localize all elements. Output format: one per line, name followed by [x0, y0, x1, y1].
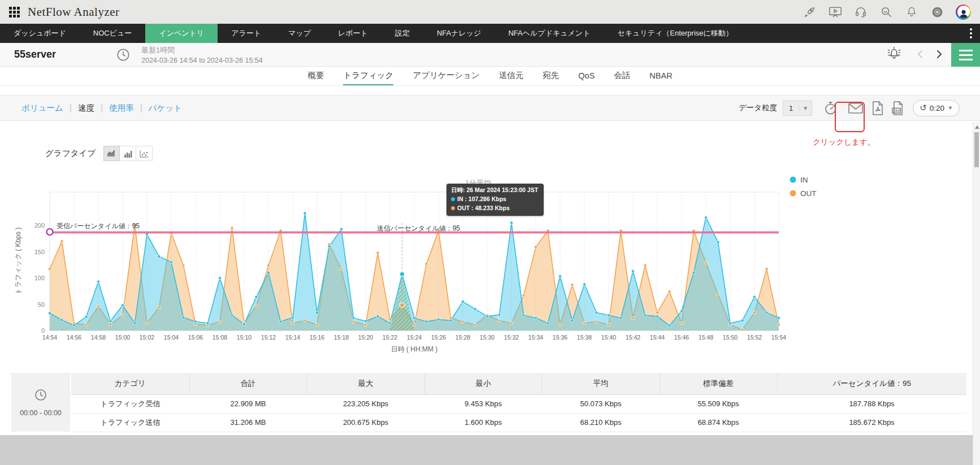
- table-header-row: 00:00 - 00:00カテゴリ合計最大最小平均標準偏差パーセンタイル値：95: [11, 373, 966, 394]
- svg-text:15:36: 15:36: [553, 334, 567, 341]
- row-value: 68.210 Kbps: [542, 413, 660, 432]
- nav-item-1[interactable]: NOCビュー: [80, 24, 146, 43]
- chevron-left-icon[interactable]: [915, 49, 927, 61]
- csv-icon[interactable]: CSV: [892, 101, 904, 115]
- view-link-3[interactable]: パケット: [149, 103, 182, 112]
- svg-text:15:12: 15:12: [261, 334, 276, 341]
- device-name: 55server: [14, 49, 56, 60]
- view-separator: |: [101, 103, 103, 112]
- granularity-label: データ粒度: [739, 103, 777, 113]
- svg-text:15:32: 15:32: [504, 334, 519, 341]
- view-link-2[interactable]: 使用率: [109, 103, 134, 112]
- clock-icon[interactable]: [116, 47, 131, 64]
- table-row-0[interactable]: トラフィック受信22.909 MB223.205 Kbps9.453 Kbps5…: [11, 394, 966, 413]
- tooltip-out-value: OUT : 48.233 Kbps: [451, 204, 538, 213]
- granularity-select[interactable]: 1 ▼: [783, 101, 812, 116]
- svg-text:15:48: 15:48: [699, 334, 713, 341]
- app-title: NetFlow Analyzer: [28, 5, 120, 19]
- nav-item-0[interactable]: ダッシュボード: [0, 24, 80, 43]
- bell-icon[interactable]: [905, 5, 918, 19]
- svg-text:15:00: 15:00: [115, 334, 130, 341]
- column-header-6: パーセンタイル値：95: [777, 373, 966, 394]
- headset-icon[interactable]: [854, 5, 868, 19]
- graph-type-selector: グラフタイプ: [45, 146, 153, 161]
- svg-text:15:18: 15:18: [334, 334, 349, 341]
- refresh-interval-value: 0:20: [930, 104, 944, 112]
- svg-text:15:34: 15:34: [528, 334, 543, 341]
- refresh-interval-button[interactable]: ↺ 0:20 ▼: [913, 100, 960, 116]
- svg-text:14:58: 14:58: [91, 334, 106, 341]
- tab-6[interactable]: 会話: [614, 67, 630, 85]
- out-series-dot: [451, 206, 455, 210]
- tab-1[interactable]: トラフィック: [343, 67, 393, 85]
- gear-icon[interactable]: [930, 5, 944, 19]
- app-grid-icon[interactable]: [9, 7, 20, 18]
- header-icons: [803, 5, 971, 20]
- scroll-up-arrow[interactable]: [975, 125, 979, 129]
- hamburger-menu-button[interactable]: [951, 43, 980, 67]
- nav-item-4[interactable]: マップ: [275, 24, 324, 43]
- svg-text:15:52: 15:52: [747, 334, 762, 341]
- time-window-button[interactable]: [823, 101, 838, 116]
- nav-item-9[interactable]: セキュリティ（Enterpriseに移動）: [604, 24, 746, 43]
- alarm-bell-icon[interactable]: [886, 46, 903, 64]
- nav-item-3[interactable]: アラート: [218, 24, 275, 43]
- view-link-0[interactable]: ボリューム: [21, 103, 63, 112]
- nav-item-8[interactable]: NFAヘルプドキュメント: [495, 24, 604, 43]
- svg-text:15:10: 15:10: [237, 334, 251, 341]
- nav-item-6[interactable]: 設定: [381, 24, 423, 43]
- nav-item-7[interactable]: NFAナレッジ: [423, 24, 495, 43]
- svg-text:15:20: 15:20: [358, 334, 373, 341]
- row-category: トラフィック受信: [71, 394, 189, 413]
- tab-0[interactable]: 概要: [307, 67, 324, 85]
- rocket-icon[interactable]: [803, 5, 817, 19]
- tab-3[interactable]: 送信元: [499, 67, 524, 85]
- tab-5[interactable]: QoS: [578, 67, 595, 85]
- traffic-statistics-table: 00:00 - 00:00カテゴリ合計最大最小平均標準偏差パーセンタイル値：95…: [11, 373, 966, 432]
- tooltip-datetime: 日時: 26 Mar 2024 15:23:00 JST: [451, 186, 538, 195]
- svg-text:OUT: OUT: [800, 189, 817, 198]
- column-header-3: 最小: [424, 373, 542, 394]
- svg-text:トラフィック ( Kbps ): トラフィック ( Kbps ): [14, 227, 22, 294]
- svg-text:15:16: 15:16: [310, 334, 324, 341]
- email-icon[interactable]: [848, 103, 863, 114]
- device-subheader: 55server 最新1時間 2024-03-26 14:54 to 2024-…: [0, 43, 980, 67]
- svg-text:15:26: 15:26: [431, 334, 446, 341]
- vertical-scrollbar[interactable]: [973, 122, 980, 465]
- section-tabs: 概要トラフィックアプリケーション送信元宛先QoS会話NBAR: [0, 67, 980, 86]
- svg-text:15:30: 15:30: [480, 334, 495, 341]
- svg-text:15:38: 15:38: [577, 334, 592, 341]
- tab-7[interactable]: NBAR: [649, 67, 672, 85]
- bar-chart-button[interactable]: [120, 146, 136, 161]
- account-avatar[interactable]: [956, 5, 971, 20]
- pdf-icon[interactable]: [871, 101, 883, 115]
- area-chart-button[interactable]: [103, 146, 120, 161]
- graph-type-label: グラフタイプ: [45, 148, 96, 159]
- nav-item-2[interactable]: インベントリ: [145, 24, 218, 43]
- tab-4[interactable]: 宛先: [543, 67, 559, 85]
- svg-text:15:02: 15:02: [140, 334, 154, 341]
- row-value: 1.600 Kbps: [424, 413, 542, 432]
- page-background: [0, 435, 980, 465]
- scrollbar-thumb[interactable]: [974, 132, 979, 167]
- presentation-icon[interactable]: [829, 5, 842, 19]
- search-icon[interactable]: [879, 5, 893, 19]
- row-value: 50.073 Kbps: [542, 394, 660, 413]
- svg-text:15:28: 15:28: [456, 334, 470, 341]
- view-link-1[interactable]: 速度: [78, 103, 94, 112]
- chevron-right-icon[interactable]: [933, 49, 946, 61]
- scatter-chart-button[interactable]: [136, 146, 153, 161]
- tab-2[interactable]: アプリケーション: [413, 67, 479, 85]
- tooltip-in-value: IN : 107.286 Kbps: [451, 195, 538, 204]
- svg-text:送信パーセンタイル値：95: 送信パーセンタイル値：95: [377, 224, 460, 232]
- table-row-1[interactable]: トラフィック送信31.206 MB200.675 Kbps1.600 Kbps6…: [11, 413, 966, 432]
- in-series-dot: [451, 197, 455, 201]
- nav-item-5[interactable]: レポート: [324, 24, 381, 43]
- nav-overflow-menu-icon[interactable]: [962, 24, 980, 43]
- row-value: 187.788 Kbps: [777, 394, 966, 413]
- column-header-5: 標準偏差: [660, 373, 777, 394]
- row-value: 185.672 Kbps: [777, 413, 966, 432]
- svg-text:14:56: 14:56: [67, 334, 81, 341]
- chart-tooltip: 日時: 26 Mar 2024 15:23:00 JST IN : 107.28…: [446, 184, 544, 216]
- column-header-0: カテゴリ: [71, 373, 189, 394]
